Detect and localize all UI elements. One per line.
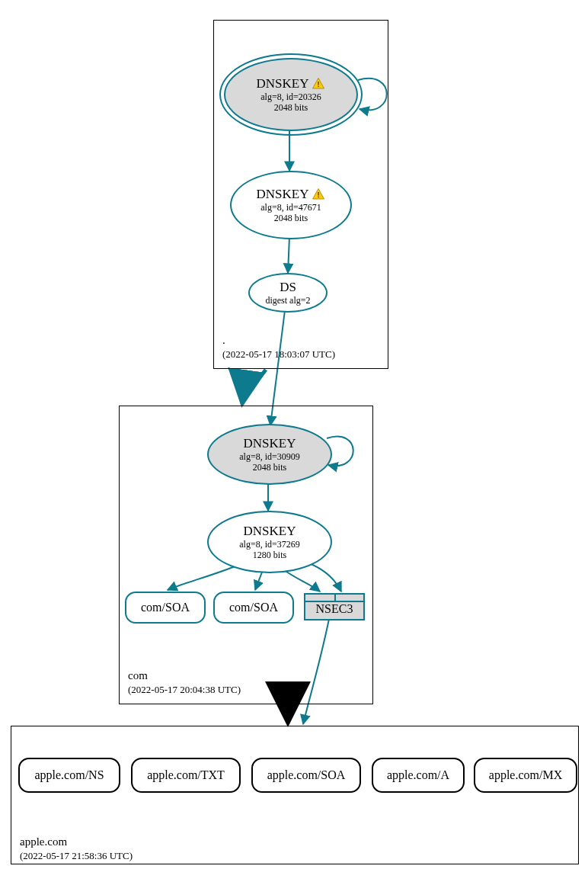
com-zsk-label: DNSKEY (244, 524, 296, 539)
apple-a-label: apple.com/A (387, 768, 449, 782)
zone-apple-timestamp: (2022-05-17 21:58:36 UTC) (20, 849, 133, 863)
nsec3-node[interactable]: NSEC3 (304, 593, 365, 620)
apple-soa-node[interactable]: apple.com/SOA (251, 758, 361, 793)
apple-txt-node[interactable]: apple.com/TXT (131, 758, 241, 793)
com-ksk-node[interactable]: DNSKEY alg=8, id=30909 2048 bits (207, 424, 332, 485)
root-ds-sub1: digest alg=2 (265, 295, 310, 306)
apple-mx-label: apple.com/MX (489, 768, 562, 782)
apple-a-node[interactable]: apple.com/A (372, 758, 465, 793)
zone-apple-label: apple.com (2022-05-17 21:58:36 UTC) (20, 834, 133, 863)
zone-root-timestamp: (2022-05-17 18:03:07 UTC) (222, 348, 335, 361)
com-soa2-label: com/SOA (229, 601, 278, 614)
com-soa1-label: com/SOA (141, 601, 190, 614)
nsec3-label: NSEC3 (316, 602, 353, 616)
com-zsk-node[interactable]: DNSKEY alg=8, id=37269 1280 bits (207, 511, 332, 573)
com-soa-node-1[interactable]: com/SOA (125, 592, 206, 624)
apple-mx-node[interactable]: apple.com/MX (474, 758, 577, 793)
com-ksk-sub2: 2048 bits (253, 462, 286, 473)
root-zsk-label: DNSKEY (257, 187, 309, 202)
root-zsk-sub1: alg=8, id=47671 (260, 202, 321, 213)
zone-root-name: . (222, 332, 335, 348)
svg-rect-1 (318, 85, 320, 87)
warning-icon (312, 77, 325, 91)
root-ds-node[interactable]: DS digest alg=2 (248, 273, 328, 313)
zone-apple-name: apple.com (20, 834, 133, 849)
zone-com-timestamp: (2022-05-17 20:04:38 UTC) (128, 683, 241, 697)
com-zsk-sub1: alg=8, id=37269 (239, 539, 300, 550)
warning-icon (312, 188, 325, 201)
apple-ns-label: apple.com/NS (34, 768, 104, 782)
svg-rect-3 (318, 196, 320, 197)
apple-txt-label: apple.com/TXT (147, 768, 225, 782)
com-soa-node-2[interactable]: com/SOA (213, 592, 294, 624)
root-ksk-label: DNSKEY (257, 76, 309, 91)
zone-root-label: . (2022-05-17 18:03:07 UTC) (222, 332, 335, 361)
root-zsk-node[interactable]: DNSKEY alg=8, id=47671 2048 bits (230, 171, 352, 239)
svg-rect-0 (318, 82, 320, 85)
root-ds-label: DS (280, 280, 296, 295)
com-ksk-sub1: alg=8, id=30909 (239, 451, 300, 462)
svg-rect-2 (318, 192, 320, 196)
zone-com-name: com (128, 668, 241, 683)
root-ksk-node[interactable]: DNSKEY alg=8, id=20326 2048 bits (224, 58, 358, 131)
apple-soa-label: apple.com/SOA (267, 768, 346, 782)
root-ksk-sub2: 2048 bits (274, 102, 308, 113)
root-zsk-sub2: 2048 bits (274, 213, 308, 223)
com-zsk-sub2: 1280 bits (253, 550, 286, 560)
com-ksk-label: DNSKEY (244, 436, 296, 451)
apple-ns-node[interactable]: apple.com/NS (18, 758, 120, 793)
root-ksk-sub1: alg=8, id=20326 (260, 91, 321, 102)
zone-com-label: com (2022-05-17 20:04:38 UTC) (128, 668, 241, 697)
